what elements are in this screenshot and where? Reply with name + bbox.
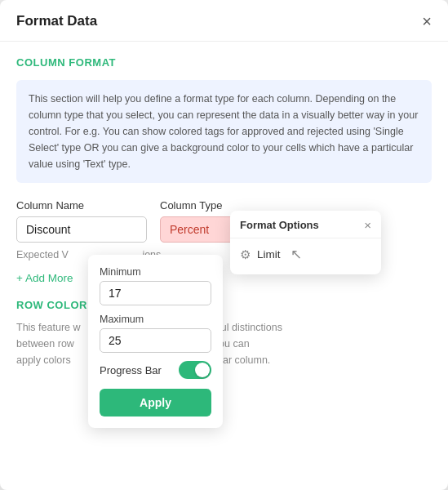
minimum-input[interactable] [100, 281, 211, 305]
cursor-icon: ↖ [291, 246, 302, 263]
modal-title: Format Data [16, 13, 97, 29]
expected-values-label: Expected V [16, 249, 69, 261]
progress-bar-toggle[interactable] [179, 361, 211, 379]
row-color-label: ROW COLOR [16, 299, 432, 311]
minimum-field: Minimum [100, 266, 211, 305]
modal-body: COLUMN FORMAT This section will help you… [0, 42, 448, 383]
maximum-field: Maximum [100, 314, 211, 353]
format-options-popup: Format Options × ⚙ Limit ↖ [230, 211, 381, 274]
column-type-label: Column Type [160, 199, 274, 212]
limit-label: Limit [257, 248, 281, 261]
format-options-close-button[interactable]: × [364, 219, 371, 231]
format-options-limit-item[interactable]: ⚙ Limit ↖ [230, 238, 381, 268]
column-name-label: Column Name [16, 199, 147, 212]
column-name-input[interactable] [16, 216, 147, 243]
add-more-link[interactable]: + Add More [16, 272, 73, 284]
apply-button[interactable]: Apply [100, 389, 211, 416]
modal-close-button[interactable]: × [422, 13, 432, 29]
progress-bar-row: Progress Bar [100, 361, 211, 379]
format-options-title: Format Options [240, 219, 319, 231]
column-format-label: COLUMN FORMAT [16, 56, 432, 69]
format-options-header: Format Options × [230, 219, 381, 238]
column-name-col: Column Name [16, 199, 147, 243]
maximum-input[interactable] [100, 328, 211, 353]
column-format-info: This section will help you define a form… [16, 80, 432, 183]
minmax-popup: Minimum Maximum Progress Bar Apply [88, 255, 223, 428]
toggle-slider [179, 361, 211, 379]
progress-bar-label: Progress Bar [100, 364, 162, 376]
format-data-modal: Format Data × COLUMN FORMAT This section… [0, 0, 448, 490]
minimum-label: Minimum [100, 266, 211, 278]
maximum-label: Maximum [100, 314, 211, 325]
modal-header: Format Data × [0, 0, 448, 42]
gear-icon: ⚙ [240, 247, 251, 262]
row-color-desc: This feature would help you identify mea… [16, 319, 432, 368]
